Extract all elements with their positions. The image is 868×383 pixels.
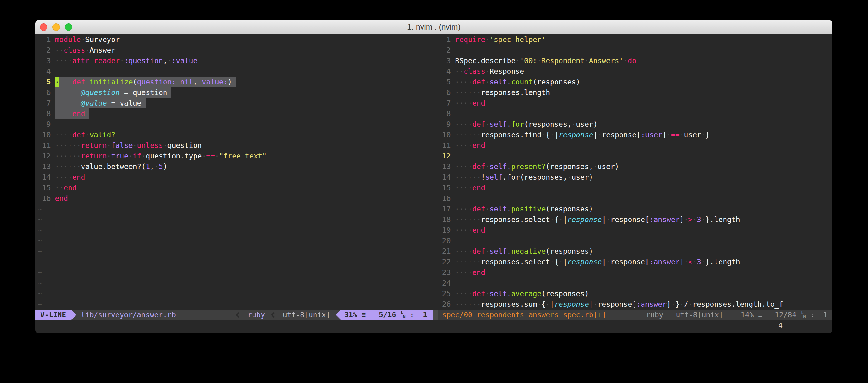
filler-tilde-line: ~ <box>38 225 431 235</box>
right-filetype: ruby <box>646 310 663 320</box>
code-line[interactable]: 5· def initialize(question: nil, value:) <box>38 77 431 87</box>
statusline-right-inactive: spec/00_respondents_answers_spec.rb[+] r… <box>438 310 833 320</box>
code-line[interactable]: 15····end <box>438 182 833 193</box>
code-line[interactable]: 20 <box>438 235 833 246</box>
cursor-block: · <box>55 77 59 87</box>
code-text: ····def·self.present?(responses,·user) <box>455 161 619 172</box>
minimize-button[interactable] <box>52 23 60 31</box>
filler-tilde-line: ~ <box>38 256 431 267</box>
code-text: end <box>55 108 90 119</box>
code-line[interactable]: 3RSpec.describe·'00:·Respondent·Answers'… <box>438 56 833 66</box>
code-line[interactable]: 2 <box>438 45 833 56</box>
code-text: ······responses.select·{·|response|·resp… <box>455 256 740 267</box>
code-line[interactable]: 14····end <box>38 172 431 182</box>
code-line[interactable]: 11······return·false·unless·question <box>38 140 431 151</box>
powerline-arrow-icon <box>336 310 341 320</box>
code-line[interactable]: 10····def·valid? <box>38 130 431 140</box>
code-line[interactable]: 1module·Surveyor <box>38 34 431 45</box>
line-number: 8 <box>438 108 451 119</box>
code-line[interactable]: 24 <box>438 278 833 288</box>
code-text: ····def·self.negative(responses) <box>455 246 593 256</box>
code-line[interactable]: 7 @value = value <box>38 98 431 108</box>
vertical-split-separator[interactable] <box>431 34 435 310</box>
code-text: ····end <box>455 140 485 151</box>
code-text: @question = question <box>55 87 172 98</box>
line-number: 13 <box>438 161 451 172</box>
code-line[interactable]: 6······responses.length <box>438 87 833 98</box>
filler-tilde-line: ~ <box>38 204 431 214</box>
filler-tilde-line: ~ <box>38 288 431 299</box>
code-line[interactable]: 16end <box>38 193 431 204</box>
code-line[interactable]: 7····end <box>438 98 833 108</box>
line-number: 25 <box>438 288 451 299</box>
code-line[interactable]: 5····def·self.count(responses) <box>438 77 833 87</box>
tilde-marker: ~ <box>38 288 42 299</box>
line-number: 12 <box>438 151 451 161</box>
code-line[interactable]: 17····def·self.positive(responses) <box>438 204 833 214</box>
code-text: · def initialize(question: nil, value:) <box>55 77 236 87</box>
line-number: 5 <box>438 77 451 87</box>
code-line[interactable]: 4··class·Response <box>438 66 833 77</box>
line-number: 3 <box>38 56 51 66</box>
code-line[interactable]: 8 end <box>38 108 431 119</box>
code-line[interactable]: 6 @question = question <box>38 87 431 98</box>
left-editor-pane[interactable]: 1module·Surveyor2··class·Answer3····attr… <box>35 34 431 310</box>
line-number: 23 <box>438 267 451 278</box>
right-scroll-percent: 14% <box>741 310 754 320</box>
line-number: 4 <box>38 66 51 77</box>
tilde-marker: ~ <box>38 299 42 310</box>
code-line[interactable]: 13······value.between?(1,·5) <box>38 161 431 172</box>
right-filename-modified: spec/00_respondents_answers_spec.rb[+] <box>442 310 606 320</box>
left-position-segment: 31%≡5/16LN:1 <box>341 310 433 320</box>
code-text: ··class·Response <box>455 66 524 77</box>
code-line[interactable]: 12······return·true·if·question.type·==·… <box>38 151 431 161</box>
code-line[interactable]: 22······responses.select·{·|response|·re… <box>438 256 833 267</box>
code-line[interactable]: 9 <box>38 119 431 130</box>
code-text: ······responses.sum·{·|response|·respons… <box>455 299 783 310</box>
code-line[interactable]: 9····def·self.for(responses,·user) <box>438 119 833 130</box>
chevron-left-icon <box>271 312 277 318</box>
left-scroll-percent: 31% <box>344 310 357 320</box>
line-number: 10 <box>438 130 451 140</box>
code-line[interactable]: 21····def·self.negative(responses) <box>438 246 833 256</box>
code-line[interactable]: 25····def·self.average(responses) <box>438 288 833 299</box>
code-line[interactable]: 14······!self.for(responses,·user) <box>438 172 833 182</box>
command-line[interactable]: 4 <box>35 320 833 331</box>
code-line[interactable]: 18······responses.select·{·|response|·re… <box>438 214 833 225</box>
code-text: module·Surveyor <box>55 34 120 45</box>
right-encoding: utf-8[unix] <box>676 310 723 320</box>
colon-separator: : <box>810 310 815 320</box>
line-number: 26 <box>438 299 451 310</box>
code-text: ····end <box>55 172 85 182</box>
code-text: ····def·self.for(responses,·user) <box>455 119 597 130</box>
code-line[interactable]: 23····end <box>438 267 833 278</box>
code-line[interactable]: 19····end <box>438 225 833 235</box>
code-line[interactable]: 2··class·Answer <box>38 45 431 56</box>
line-number: 10 <box>38 130 51 140</box>
code-line[interactable]: 10······responses.find·{·|response|·resp… <box>438 130 833 140</box>
tilde-marker: ~ <box>38 246 42 256</box>
close-button[interactable] <box>40 23 48 31</box>
right-editor-pane[interactable]: 1require·'spec_helper'23RSpec.describe·'… <box>435 34 833 310</box>
code-line[interactable]: 26······responses.sum·{·|response|·respo… <box>438 299 833 310</box>
code-line[interactable]: 13····def·self.present?(responses,·user) <box>438 161 833 172</box>
code-line[interactable]: 1require·'spec_helper' <box>438 34 833 45</box>
line-number: 11 <box>38 140 51 151</box>
code-text: ······value.between?(1,·5) <box>55 161 167 172</box>
code-line[interactable]: 3····attr_reader·:question,·:value <box>38 56 431 66</box>
code-text: ····attr_reader·:question,·:value <box>55 56 197 66</box>
filler-tilde-line: ~ <box>38 214 431 225</box>
code-line[interactable]: 4 <box>38 66 431 77</box>
right-status-group: rubyutf-8[unix]14%≡12/84LN:1 <box>646 310 828 320</box>
powerline-arrow-icon <box>71 310 76 320</box>
code-line[interactable]: 15··end <box>38 182 431 193</box>
code-line[interactable]: 12 <box>438 151 833 161</box>
code-text: ······return·false·unless·question <box>55 140 202 151</box>
code-text: ····end <box>455 182 485 193</box>
code-line[interactable]: 16 <box>438 193 833 204</box>
code-line[interactable]: 11····end <box>438 140 833 151</box>
lines-icon: ≡ <box>758 310 762 320</box>
window-titlebar[interactable]: 1. nvim . (nvim) <box>35 20 833 34</box>
fullscreen-button[interactable] <box>65 23 72 31</box>
code-line[interactable]: 8 <box>438 108 833 119</box>
